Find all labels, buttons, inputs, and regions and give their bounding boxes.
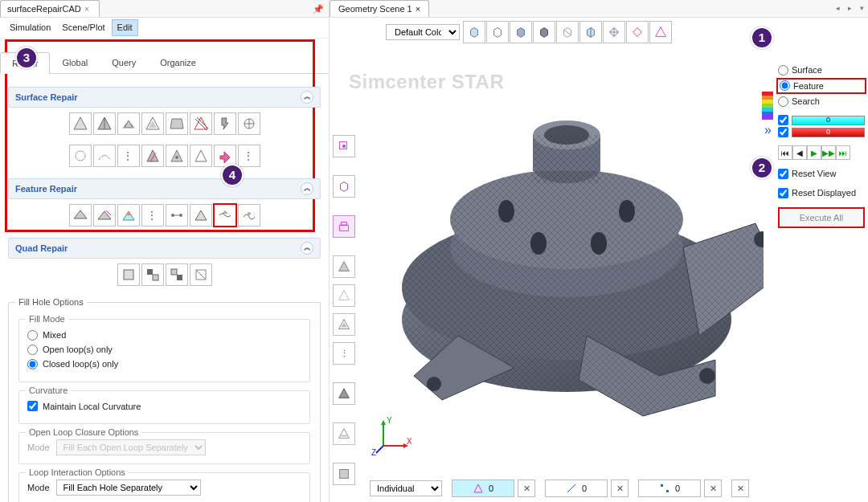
chevron-up-icon[interactable]: ︽ bbox=[301, 182, 313, 195]
execute-all-button[interactable]: Execute All bbox=[778, 207, 865, 228]
selection-mode-select[interactable]: Individual bbox=[370, 480, 442, 496]
radio-open-only[interactable]: Open loop(s) only bbox=[27, 344, 301, 355]
view-cube-icon[interactable] bbox=[603, 21, 625, 43]
tool-icon[interactable] bbox=[190, 204, 212, 227]
tool-icon[interactable] bbox=[69, 112, 92, 135]
svg-marker-43 bbox=[541, 28, 548, 38]
side-tool-icon[interactable]: ⋮ bbox=[333, 342, 355, 365]
tool-icon[interactable]: ⋮ bbox=[117, 145, 140, 167]
side-tool-icon[interactable] bbox=[333, 255, 355, 278]
tool-icon[interactable] bbox=[117, 112, 140, 135]
radio-surface[interactable]: Surface bbox=[778, 64, 865, 76]
section-header-quad-repair[interactable]: Quad Repair ︽ bbox=[8, 238, 321, 259]
radio-mixed[interactable]: Mixed bbox=[27, 329, 301, 341]
check-reset-view[interactable]: Reset View bbox=[778, 168, 865, 179]
radio-search[interactable]: Search bbox=[778, 96, 865, 107]
tool-icon[interactable] bbox=[141, 112, 164, 135]
check-reset-displayed[interactable]: Reset Displayed bbox=[778, 187, 865, 198]
tool-icon[interactable] bbox=[117, 204, 140, 227]
svg-text:⋮: ⋮ bbox=[123, 150, 133, 161]
clear-tri-button[interactable]: ✕ bbox=[518, 480, 535, 497]
expand-arrows-icon[interactable]: » bbox=[764, 122, 772, 139]
tool-icon[interactable] bbox=[166, 263, 188, 286]
tool-icon[interactable] bbox=[238, 204, 260, 227]
view-cube-icon[interactable] bbox=[510, 21, 532, 43]
last-icon[interactable]: ⏭ bbox=[836, 145, 850, 160]
tab-query[interactable]: Query bbox=[100, 51, 148, 73]
first-icon[interactable]: ⏮ bbox=[778, 145, 792, 160]
menu-scene-plot[interactable]: Scene/Plot bbox=[57, 20, 109, 35]
cyan-bar-check[interactable] bbox=[778, 115, 788, 125]
view-cube-icon[interactable] bbox=[463, 21, 485, 43]
chevron-up-icon[interactable]: ︽ bbox=[301, 242, 313, 255]
tool-icon[interactable] bbox=[238, 112, 260, 135]
tool-icon[interactable] bbox=[69, 204, 92, 227]
viewport-3d[interactable]: Simcenter STAR » ⋮ bbox=[330, 47, 868, 502]
svg-text:Z: Z bbox=[371, 448, 376, 457]
scene-tab[interactable]: Geometry Scene 1 × bbox=[330, 0, 429, 17]
side-tool-icon[interactable] bbox=[333, 313, 355, 336]
tool-icon[interactable] bbox=[214, 204, 236, 227]
side-tool-icon[interactable] bbox=[333, 215, 355, 238]
document-tab[interactable]: surfaceRepairCAD × bbox=[0, 0, 100, 17]
tool-icon[interactable] bbox=[93, 204, 116, 227]
loop-interaction-mode-select[interactable]: Fill Each Hole Separately bbox=[56, 480, 201, 496]
nav-down-icon[interactable]: ▾ bbox=[856, 2, 868, 15]
check-maintain-curvature[interactable]: Maintain Local Curvature bbox=[27, 401, 301, 412]
color-mode-select[interactable]: Default Color bbox=[386, 24, 460, 40]
tool-icon[interactable] bbox=[69, 145, 92, 167]
radio-feature[interactable]: Feature bbox=[778, 80, 865, 92]
menu-edit[interactable]: Edit bbox=[112, 19, 138, 35]
side-tool-icon[interactable] bbox=[333, 175, 355, 198]
mode-label: Mode bbox=[27, 482, 50, 493]
tool-icon[interactable] bbox=[93, 112, 116, 135]
tool-icon[interactable] bbox=[190, 112, 212, 135]
tab-organize[interactable]: Organize bbox=[148, 51, 208, 73]
tool-icon[interactable]: ⋮ bbox=[141, 204, 164, 227]
close-icon[interactable]: × bbox=[84, 3, 89, 14]
back-icon[interactable]: ◀ bbox=[792, 145, 807, 160]
tool-icon[interactable] bbox=[214, 112, 236, 135]
tool-icon[interactable] bbox=[141, 145, 164, 167]
svg-marker-40 bbox=[471, 28, 478, 38]
clear-vert-button[interactable]: ✕ bbox=[704, 480, 722, 497]
view-cube-icon[interactable] bbox=[533, 21, 555, 43]
view-cube-icon[interactable] bbox=[626, 21, 649, 43]
fwd-icon[interactable]: ▶▶ bbox=[821, 145, 836, 160]
view-cube-icon[interactable] bbox=[556, 21, 579, 43]
radio-closed-only[interactable]: Closed loop(s) only bbox=[27, 358, 301, 369]
svg-marker-5 bbox=[149, 120, 157, 128]
tool-icon[interactable] bbox=[166, 145, 188, 167]
side-tool-icon[interactable] bbox=[333, 422, 355, 445]
side-tool-icon[interactable] bbox=[333, 135, 355, 157]
tool-icon[interactable] bbox=[166, 112, 188, 135]
chevron-up-icon[interactable]: ︽ bbox=[301, 91, 313, 104]
tool-icon[interactable] bbox=[93, 145, 116, 167]
nav-right-icon[interactable]: ▸ bbox=[844, 2, 856, 15]
red-bar-check[interactable] bbox=[778, 127, 788, 137]
section-header-surface-repair[interactable]: Surface Repair ︽ bbox=[8, 87, 321, 108]
section-header-feature-repair[interactable]: Feature Repair ︽ bbox=[8, 178, 321, 199]
clear-edge-button[interactable]: ✕ bbox=[611, 480, 628, 497]
menu-simulation[interactable]: Simulation bbox=[5, 20, 55, 35]
view-cube-icon[interactable] bbox=[649, 21, 672, 43]
tab-global[interactable]: Global bbox=[50, 51, 100, 73]
side-tool-icon[interactable] bbox=[333, 284, 355, 307]
tool-icon[interactable] bbox=[166, 204, 188, 227]
tool-icon[interactable] bbox=[190, 145, 212, 167]
tool-icon[interactable] bbox=[190, 263, 212, 286]
fill-hole-options-group: Fill Hole Options Fill Mode Mixed Open l… bbox=[8, 302, 321, 502]
tool-icon[interactable] bbox=[141, 263, 164, 286]
nav-left-icon[interactable]: ◂ bbox=[832, 2, 844, 15]
svg-marker-25 bbox=[125, 211, 132, 215]
clear-all-button[interactable]: ✕ bbox=[731, 480, 749, 497]
tool-icon[interactable]: ⋮ bbox=[238, 145, 260, 167]
side-tool-icon[interactable] bbox=[333, 382, 355, 405]
close-icon[interactable]: × bbox=[416, 3, 420, 14]
tool-icon[interactable] bbox=[117, 263, 140, 286]
pin-icon[interactable]: 📌 bbox=[308, 2, 329, 16]
play-icon[interactable]: ▶ bbox=[807, 145, 821, 160]
view-cube-icon[interactable] bbox=[579, 21, 602, 43]
side-tool-icon[interactable] bbox=[333, 463, 355, 485]
view-cube-icon[interactable] bbox=[486, 21, 509, 43]
